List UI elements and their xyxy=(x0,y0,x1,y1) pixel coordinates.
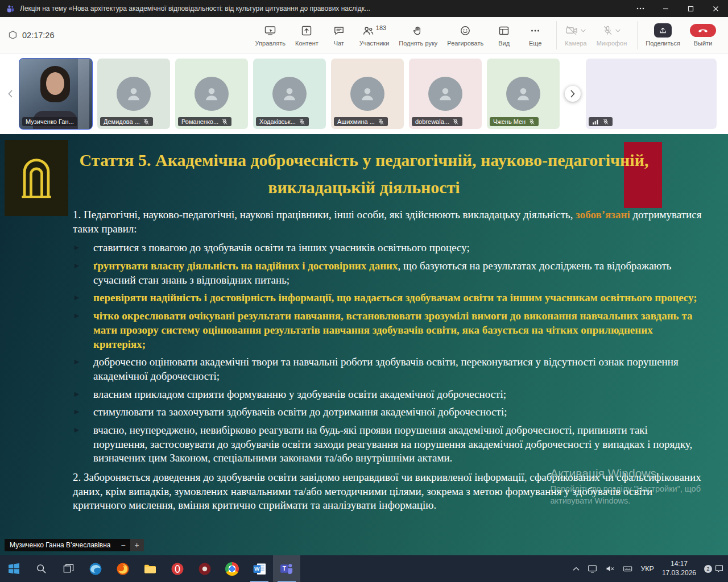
participant-tile[interactable]: Ходаківськ... xyxy=(253,59,326,129)
participant-name-chip: Чжень Мен xyxy=(490,117,539,126)
mic-muted-icon xyxy=(221,118,228,125)
strip-scroll-right-button[interactable] xyxy=(565,86,581,102)
windows-taskbar: WT УКР 14:17 17.03.2026 2 xyxy=(0,555,728,582)
manage-icon xyxy=(264,25,276,36)
mic-muted-icon xyxy=(378,118,384,125)
para1-highlight: зобов’язані xyxy=(576,209,630,221)
participant-name-chip: Ашихмина ... xyxy=(334,117,388,126)
bullet-text: стимулювати та заохочувати здобувачів ос… xyxy=(93,405,507,419)
close-icon[interactable] xyxy=(703,0,728,17)
participants-strip: Музиченко Ган...Демидова ...Романенко...… xyxy=(0,53,728,134)
bullet-text: власним прикладом сприяти формуванню у з… xyxy=(93,388,506,402)
participant-name-chip: Демидова ... xyxy=(100,117,153,126)
presenter-face xyxy=(46,72,64,95)
participant-tile[interactable]: Ашихмина ... xyxy=(331,59,404,129)
participant-name: Романенко... xyxy=(181,118,218,125)
slide-bullet: ►власним прикладом сприяти формуванню у … xyxy=(73,388,703,402)
participants-button[interactable]: 183Участники xyxy=(355,21,394,49)
participant-tile[interactable] xyxy=(586,59,717,129)
participant-name-chip: Романенко... xyxy=(178,117,231,126)
microphone-button[interactable]: Микрофон xyxy=(593,21,631,49)
cast-display-icon[interactable] xyxy=(584,555,601,582)
taskbar-edge-icon[interactable] xyxy=(82,555,109,582)
video-background-panel xyxy=(78,59,89,129)
share-button[interactable]: Поделиться xyxy=(637,21,684,49)
camera-label: Камера xyxy=(565,40,586,47)
taskbar-task-view-icon[interactable] xyxy=(55,555,82,582)
view-icon xyxy=(498,25,510,36)
leave-button[interactable]: Выйти xyxy=(686,21,720,49)
more-button[interactable]: Еще xyxy=(520,21,550,49)
clock[interactable]: 14:17 17.03.2026 xyxy=(658,555,700,582)
overflow-tile-slot xyxy=(586,59,717,129)
taskbar-teams-icon[interactable]: T xyxy=(273,555,300,582)
microphone-icon xyxy=(602,25,613,36)
taskbar-start-icon[interactable] xyxy=(0,555,27,582)
camera-button[interactable]: Камера xyxy=(556,21,590,49)
touch-keyboard-icon[interactable] xyxy=(619,555,636,582)
participants-count-badge: 183 xyxy=(376,24,386,31)
toolbar-buttons: УправлятьКонтентЧат183УчастникиПоднять р… xyxy=(251,21,720,49)
titlebar: Лекція на тему «Нова архітектура академі… xyxy=(0,0,728,17)
content-button[interactable]: Контент xyxy=(291,21,322,49)
presenter-name-overlay: Музиченко Ганна В’ячеславівна − + xyxy=(5,539,144,551)
bullet-text: ґрунтувати власну діяльність на надійних… xyxy=(93,259,703,287)
taskbar-word-icon[interactable]: W xyxy=(246,555,273,582)
watermark-title: Активація Windows xyxy=(551,467,701,480)
presentation-slide: Стаття 5. Академічна доброчесність у пед… xyxy=(0,134,728,555)
react-button[interactable]: Реагировать xyxy=(443,21,487,49)
taskbar-search-icon[interactable] xyxy=(27,555,55,582)
strip-scroll-left-button[interactable] xyxy=(3,90,17,98)
notification-icon xyxy=(714,564,724,573)
notifications-button[interactable]: 2 xyxy=(700,555,728,582)
taskbar-chrome-icon[interactable] xyxy=(218,555,246,582)
language-indicator[interactable]: УКР xyxy=(636,555,658,582)
slide-paragraph-1: 1. Педагогічні, науково-педагогічні, нау… xyxy=(73,208,703,236)
bullet-marker-icon: ► xyxy=(73,291,93,305)
participant-name: Ашихмина ... xyxy=(337,118,375,125)
participant-name: Ходаківськ... xyxy=(259,118,296,125)
minimize-icon[interactable] xyxy=(653,0,678,17)
bullet-marker-icon: ► xyxy=(73,259,93,287)
react-icon-area xyxy=(460,24,471,38)
view-button[interactable]: Вид xyxy=(489,21,519,49)
raise-hand-button[interactable]: Поднять руку xyxy=(395,21,441,49)
taskbar-opera-icon[interactable] xyxy=(164,555,191,582)
chat-button[interactable]: Чат xyxy=(324,21,354,49)
watermark-line-2: активувати Windows. xyxy=(551,495,701,508)
window-more-icon[interactable] xyxy=(628,0,653,17)
slide-bullet: ►вчасно, неупереджено, невибірково реагу… xyxy=(73,423,703,465)
zoom-out-button[interactable]: − xyxy=(117,539,130,551)
avatar xyxy=(195,77,229,111)
bullet-text-part: власним прикладом сприяти формуванню у з… xyxy=(93,388,506,400)
participant-name: Чжень Мен xyxy=(493,118,526,125)
tray-hidden-icons-button[interactable] xyxy=(569,555,584,582)
taskbar-firefox-icon[interactable] xyxy=(109,555,136,582)
manage-button[interactable]: Управлять xyxy=(251,21,289,49)
bullet-marker-icon: ► xyxy=(73,355,93,383)
zoom-in-button[interactable]: + xyxy=(130,539,144,551)
slide-title: Стаття 5. Академічна доброчесність у пед… xyxy=(71,147,657,201)
participant-tile[interactable]: dobrewala... xyxy=(409,59,482,129)
volume-muted-icon[interactable] xyxy=(601,555,619,582)
microphone-label: Микрофон xyxy=(597,40,627,47)
taskbar-browser-red-icon[interactable] xyxy=(191,555,218,582)
chevron-down-icon xyxy=(615,29,621,32)
tray-date: 17.03.2026 xyxy=(662,569,696,578)
avatar xyxy=(428,77,462,111)
participant-tile[interactable]: Музиченко Ган... xyxy=(19,59,92,129)
chevron-down-icon xyxy=(581,29,586,32)
participant-tile[interactable]: Демидова ... xyxy=(97,59,170,129)
participants-icon xyxy=(362,25,374,36)
manage-icon-area xyxy=(264,24,276,38)
more-icon xyxy=(530,25,541,36)
participant-tile[interactable]: Романенко... xyxy=(175,59,248,129)
taskbar-apps: WT xyxy=(0,555,300,582)
taskbar-file-explorer-icon[interactable] xyxy=(136,555,164,582)
content-icon-area xyxy=(301,24,312,38)
maximize-icon[interactable] xyxy=(678,0,703,17)
para1-text-prefix: 1. Педагогічні, науково-педагогічні, нау… xyxy=(73,209,576,221)
participant-tile[interactable]: Чжень Мен xyxy=(487,59,560,129)
participant-name-chip xyxy=(589,117,613,126)
participant-name-chip: Музиченко Ган... xyxy=(22,117,77,126)
